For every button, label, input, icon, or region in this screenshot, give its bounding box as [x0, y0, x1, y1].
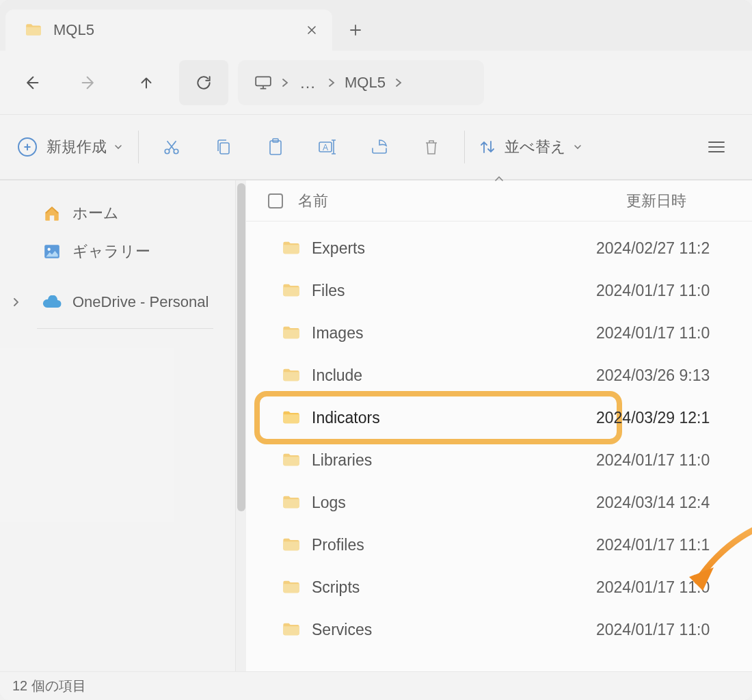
tab-bar: MQL5	[0, 0, 752, 51]
cut-button[interactable]	[146, 126, 198, 167]
new-button[interactable]: + 新規作成	[10, 126, 131, 167]
home-icon	[42, 204, 62, 223]
forward-button[interactable]	[64, 60, 113, 105]
folder-icon	[282, 323, 301, 342]
separator	[138, 131, 139, 163]
column-date[interactable]: 更新日時	[626, 191, 752, 211]
svg-rect-3	[220, 143, 229, 154]
view-options-button[interactable]	[690, 126, 742, 167]
column-header[interactable]: 名前 更新日時	[246, 180, 752, 221]
close-icon[interactable]	[298, 16, 325, 44]
sidebar-item-home[interactable]: ホーム	[0, 194, 246, 232]
chevron-right-icon[interactable]	[12, 298, 29, 306]
folder-name: Services	[312, 621, 372, 639]
chevron-right-icon[interactable]	[280, 78, 290, 88]
separator	[464, 131, 465, 163]
folder-name: Images	[312, 324, 363, 342]
folder-date: 2024/02/27 11:2	[596, 239, 752, 258]
copy-button[interactable]	[198, 126, 250, 167]
nav-pane: ホーム ギャラリー OneDrive - Personal	[0, 180, 246, 700]
explorer-window: MQL5 …	[0, 0, 752, 700]
separator	[37, 328, 213, 329]
folder-name: Logs	[312, 494, 346, 512]
sort-label: 並べ替え	[505, 137, 566, 157]
folder-icon	[282, 578, 301, 597]
onedrive-icon	[42, 293, 62, 312]
folder-row[interactable]: Experts2024/02/27 11:2	[246, 227, 752, 269]
file-list: 名前 更新日時 Experts2024/02/27 11:2Files2024/…	[246, 180, 752, 700]
svg-point-9	[48, 248, 51, 251]
sort-indicator-icon	[494, 176, 505, 183]
folder-icon	[282, 493, 301, 512]
nav-row: … MQL5	[0, 51, 752, 115]
new-tab-button[interactable]	[336, 11, 375, 49]
folder-row[interactable]: Scripts2024/01/17 11:0	[246, 566, 752, 608]
delete-button[interactable]	[405, 126, 457, 167]
folder-date: 2024/03/29 12:1	[596, 409, 752, 427]
folder-name: Libraries	[312, 451, 372, 470]
folder-row[interactable]: Profiles2024/01/17 11:1	[246, 524, 752, 566]
breadcrumb-ellipsis[interactable]: …	[294, 73, 323, 92]
breadcrumb[interactable]: … MQL5	[238, 60, 484, 105]
chevron-down-icon	[113, 142, 123, 152]
folder-name: Scripts	[312, 578, 360, 597]
folder-date: 2024/03/26 9:13	[596, 366, 752, 385]
new-label: 新規作成	[46, 137, 107, 157]
folder-name: Include	[312, 366, 362, 385]
folder-row[interactable]: Indicators2024/03/29 12:1	[246, 396, 752, 439]
folder-icon	[282, 450, 301, 470]
folder-icon	[282, 535, 301, 554]
status-bar: 12 個の項目	[0, 671, 752, 700]
folder-date: 2024/01/17 11:1	[596, 536, 752, 554]
back-button[interactable]	[7, 60, 56, 105]
folder-row[interactable]: Include2024/03/26 9:13	[246, 354, 752, 396]
folder-date: 2024/01/17 11:0	[596, 324, 752, 342]
folder-name: Files	[312, 282, 345, 300]
folder-date: 2024/01/17 11:0	[596, 578, 752, 597]
folder-date: 2024/01/17 11:0	[596, 621, 752, 639]
folder-row[interactable]: Libraries2024/01/17 11:0	[246, 439, 752, 481]
breadcrumb-current[interactable]: MQL5	[345, 74, 386, 92]
folder-row[interactable]: Files2024/01/17 11:0	[246, 269, 752, 312]
svg-rect-4	[270, 141, 281, 154]
folder-date: 2024/01/17 11:0	[596, 282, 752, 300]
folder-row[interactable]: Services2024/01/17 11:0	[246, 608, 752, 651]
folder-icon	[282, 620, 301, 639]
pc-icon[interactable]	[254, 75, 272, 90]
sort-button[interactable]: 並べ替え	[472, 137, 589, 157]
select-all-checkbox[interactable]	[268, 193, 283, 208]
tab-mql5[interactable]: MQL5	[5, 10, 332, 51]
sidebar-item-gallery[interactable]: ギャラリー	[0, 232, 246, 271]
folder-name: Indicators	[312, 409, 380, 427]
folder-icon	[25, 21, 42, 39]
folder-date: 2024/01/17 11:0	[596, 451, 752, 470]
folder-icon	[282, 239, 301, 258]
folder-icon	[282, 366, 301, 385]
status-text: 12 個の項目	[12, 677, 86, 695]
refresh-button[interactable]	[179, 60, 228, 105]
folder-icon	[282, 281, 301, 300]
folder-icon	[282, 408, 301, 427]
folder-date: 2024/03/14 12:4	[596, 494, 752, 512]
gallery-icon	[42, 242, 62, 261]
tab-label: MQL5	[53, 21, 94, 39]
folder-name: Experts	[312, 239, 365, 258]
svg-point-1	[165, 149, 170, 154]
column-name[interactable]: 名前	[298, 191, 626, 211]
folder-name: Profiles	[312, 536, 364, 554]
chevron-right-icon[interactable]	[327, 78, 336, 88]
chevron-right-icon[interactable]	[394, 78, 403, 88]
scrollbar-thumb[interactable]	[237, 183, 245, 511]
folder-row[interactable]: Logs2024/03/14 12:4	[246, 481, 752, 524]
svg-point-2	[174, 149, 178, 154]
folder-row[interactable]: Images2024/01/17 11:0	[246, 312, 752, 354]
plus-circle-icon: +	[18, 137, 37, 157]
share-button[interactable]	[353, 126, 405, 167]
rename-button[interactable]: A	[301, 126, 353, 167]
svg-rect-0	[256, 77, 271, 85]
up-button[interactable]	[122, 60, 171, 105]
sidebar-item-onedrive[interactable]: OneDrive - Personal	[0, 283, 246, 321]
body: ホーム ギャラリー OneDrive - Personal	[0, 180, 752, 700]
scrollbar[interactable]	[235, 180, 246, 673]
paste-button[interactable]	[250, 126, 301, 167]
